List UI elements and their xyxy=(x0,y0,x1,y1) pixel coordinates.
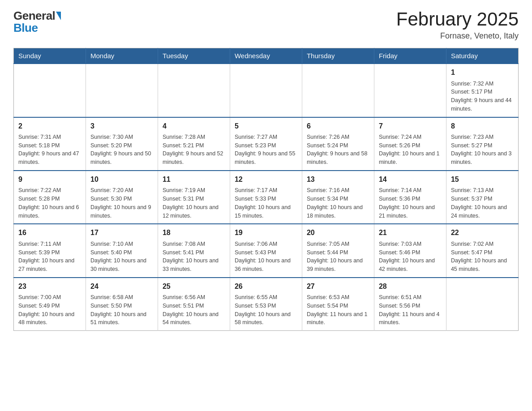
calendar-cell: 27Sunrise: 6:53 AMSunset: 5:54 PMDayligh… xyxy=(302,278,374,331)
day-info: Sunrise: 7:32 AMSunset: 5:17 PMDaylight:… xyxy=(451,80,514,113)
calendar-cell: 5Sunrise: 7:27 AMSunset: 5:23 PMDaylight… xyxy=(230,117,302,171)
day-number: 7 xyxy=(379,121,442,131)
day-info: Sunrise: 6:58 AMSunset: 5:50 PMDaylight:… xyxy=(90,293,153,327)
day-number: 2 xyxy=(18,121,81,131)
calendar-cell: 14Sunrise: 7:14 AMSunset: 5:36 PMDayligh… xyxy=(374,171,446,224)
calendar-cell xyxy=(86,64,158,117)
day-info: Sunrise: 7:23 AMSunset: 5:27 PMDaylight:… xyxy=(451,133,514,167)
calendar-cell xyxy=(158,64,230,117)
day-number: 12 xyxy=(235,175,297,184)
day-number: 16 xyxy=(18,228,81,238)
day-number: 18 xyxy=(163,228,225,238)
day-number: 28 xyxy=(379,282,442,291)
day-info: Sunrise: 7:02 AMSunset: 5:47 PMDaylight:… xyxy=(451,240,514,274)
page-title: February 2025 xyxy=(396,9,519,30)
calendar-cell: 7Sunrise: 7:24 AMSunset: 5:26 PMDaylight… xyxy=(374,117,446,171)
day-info: Sunrise: 7:24 AMSunset: 5:26 PMDaylight:… xyxy=(379,133,442,167)
calendar-cell: 11Sunrise: 7:19 AMSunset: 5:31 PMDayligh… xyxy=(158,171,230,224)
day-number: 5 xyxy=(235,121,297,131)
day-info: Sunrise: 7:03 AMSunset: 5:46 PMDaylight:… xyxy=(379,240,442,274)
day-info: Sunrise: 6:53 AMSunset: 5:54 PMDaylight:… xyxy=(307,293,369,327)
calendar-week-row: 16Sunrise: 7:11 AMSunset: 5:39 PMDayligh… xyxy=(14,224,519,277)
day-number: 24 xyxy=(90,282,153,291)
calendar-cell xyxy=(230,64,302,117)
day-number: 15 xyxy=(451,175,514,184)
day-number: 23 xyxy=(18,282,81,291)
calendar-cell: 15Sunrise: 7:13 AMSunset: 5:37 PMDayligh… xyxy=(446,171,518,224)
title-block: February 2025 Fornase, Veneto, Italy xyxy=(396,9,519,41)
day-number: 14 xyxy=(379,175,442,184)
day-number: 8 xyxy=(451,121,514,131)
day-info: Sunrise: 7:28 AMSunset: 5:21 PMDaylight:… xyxy=(163,133,225,167)
day-number: 9 xyxy=(18,175,81,184)
day-number: 1 xyxy=(451,68,514,77)
day-info: Sunrise: 7:14 AMSunset: 5:36 PMDaylight:… xyxy=(379,186,442,220)
calendar-cell: 9Sunrise: 7:22 AMSunset: 5:28 PMDaylight… xyxy=(14,171,86,224)
day-number: 6 xyxy=(307,121,369,131)
day-info: Sunrise: 6:55 AMSunset: 5:53 PMDaylight:… xyxy=(235,293,297,327)
day-info: Sunrise: 7:31 AMSunset: 5:18 PMDaylight:… xyxy=(18,133,81,167)
weekday-header-thursday: Thursday xyxy=(302,48,374,64)
weekday-header-monday: Monday xyxy=(86,48,158,64)
calendar-cell xyxy=(14,64,86,117)
calendar-cell: 18Sunrise: 7:08 AMSunset: 5:41 PMDayligh… xyxy=(158,224,230,277)
calendar-cell xyxy=(302,64,374,117)
calendar-cell: 19Sunrise: 7:06 AMSunset: 5:43 PMDayligh… xyxy=(230,224,302,277)
calendar-cell: 12Sunrise: 7:17 AMSunset: 5:33 PMDayligh… xyxy=(230,171,302,224)
day-number: 27 xyxy=(307,282,369,291)
page-header: General Blue February 2025 Fornase, Vene… xyxy=(13,9,519,41)
day-info: Sunrise: 7:06 AMSunset: 5:43 PMDaylight:… xyxy=(235,240,297,274)
logo-blue-text: Blue xyxy=(13,21,38,35)
calendar-cell: 22Sunrise: 7:02 AMSunset: 5:47 PMDayligh… xyxy=(446,224,518,277)
logo-arrow-icon xyxy=(56,12,61,20)
calendar-cell: 25Sunrise: 6:56 AMSunset: 5:51 PMDayligh… xyxy=(158,278,230,331)
day-number: 3 xyxy=(90,121,153,131)
calendar-header-row: SundayMondayTuesdayWednesdayThursdayFrid… xyxy=(14,48,519,64)
calendar-cell xyxy=(374,64,446,117)
calendar-cell: 16Sunrise: 7:11 AMSunset: 5:39 PMDayligh… xyxy=(14,224,86,277)
calendar-cell: 28Sunrise: 6:51 AMSunset: 5:56 PMDayligh… xyxy=(374,278,446,331)
calendar-cell: 24Sunrise: 6:58 AMSunset: 5:50 PMDayligh… xyxy=(86,278,158,331)
page-location: Fornase, Veneto, Italy xyxy=(396,31,519,41)
calendar-cell: 3Sunrise: 7:30 AMSunset: 5:20 PMDaylight… xyxy=(86,117,158,171)
day-info: Sunrise: 7:13 AMSunset: 5:37 PMDaylight:… xyxy=(451,186,514,220)
calendar-cell: 8Sunrise: 7:23 AMSunset: 5:27 PMDaylight… xyxy=(446,117,518,171)
day-number: 22 xyxy=(451,228,514,238)
weekday-header-wednesday: Wednesday xyxy=(230,48,302,64)
calendar-cell: 4Sunrise: 7:28 AMSunset: 5:21 PMDaylight… xyxy=(158,117,230,171)
day-info: Sunrise: 7:22 AMSunset: 5:28 PMDaylight:… xyxy=(18,186,81,220)
day-number: 11 xyxy=(163,175,225,184)
calendar-cell: 23Sunrise: 7:00 AMSunset: 5:49 PMDayligh… xyxy=(14,278,86,331)
day-info: Sunrise: 7:05 AMSunset: 5:44 PMDaylight:… xyxy=(307,240,369,274)
day-info: Sunrise: 7:17 AMSunset: 5:33 PMDaylight:… xyxy=(235,186,297,220)
calendar-cell: 2Sunrise: 7:31 AMSunset: 5:18 PMDaylight… xyxy=(14,117,86,171)
day-info: Sunrise: 7:00 AMSunset: 5:49 PMDaylight:… xyxy=(18,293,81,327)
day-info: Sunrise: 7:11 AMSunset: 5:39 PMDaylight:… xyxy=(18,240,81,274)
calendar-cell xyxy=(446,278,518,331)
day-number: 25 xyxy=(163,282,225,291)
weekday-header-friday: Friday xyxy=(374,48,446,64)
calendar-cell: 10Sunrise: 7:20 AMSunset: 5:30 PMDayligh… xyxy=(86,171,158,224)
day-number: 19 xyxy=(235,228,297,238)
day-number: 26 xyxy=(235,282,297,291)
day-info: Sunrise: 7:27 AMSunset: 5:23 PMDaylight:… xyxy=(235,133,297,167)
day-number: 10 xyxy=(90,175,153,184)
weekday-header-sunday: Sunday xyxy=(14,48,86,64)
day-info: Sunrise: 7:30 AMSunset: 5:20 PMDaylight:… xyxy=(90,133,153,167)
day-number: 20 xyxy=(307,228,369,238)
calendar-cell: 26Sunrise: 6:55 AMSunset: 5:53 PMDayligh… xyxy=(230,278,302,331)
day-info: Sunrise: 7:19 AMSunset: 5:31 PMDaylight:… xyxy=(163,186,225,220)
day-number: 17 xyxy=(90,228,153,238)
calendar-week-row: 23Sunrise: 7:00 AMSunset: 5:49 PMDayligh… xyxy=(14,278,519,331)
calendar-cell: 17Sunrise: 7:10 AMSunset: 5:40 PMDayligh… xyxy=(86,224,158,277)
calendar-week-row: 2Sunrise: 7:31 AMSunset: 5:18 PMDaylight… xyxy=(14,117,519,171)
day-info: Sunrise: 7:10 AMSunset: 5:40 PMDaylight:… xyxy=(90,240,153,274)
day-info: Sunrise: 7:20 AMSunset: 5:30 PMDaylight:… xyxy=(90,186,153,220)
day-number: 4 xyxy=(163,121,225,131)
day-number: 13 xyxy=(307,175,369,184)
calendar-cell: 1Sunrise: 7:32 AMSunset: 5:17 PMDaylight… xyxy=(446,64,518,117)
logo: General Blue xyxy=(13,9,61,35)
day-number: 21 xyxy=(379,228,442,238)
weekday-header-tuesday: Tuesday xyxy=(158,48,230,64)
calendar-cell: 20Sunrise: 7:05 AMSunset: 5:44 PMDayligh… xyxy=(302,224,374,277)
